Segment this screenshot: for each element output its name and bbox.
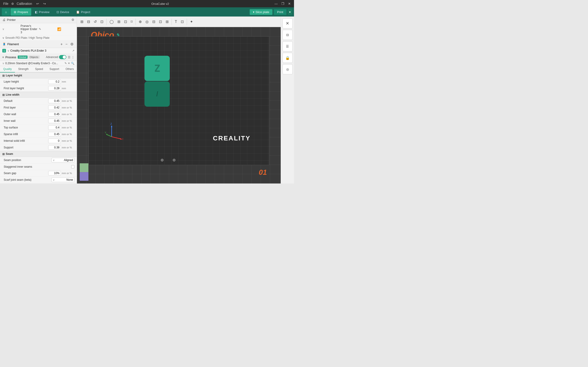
add-filament-button[interactable]: + — [60, 42, 63, 46]
first-layer-height-input[interactable] — [48, 86, 61, 91]
sparse-infill-input[interactable] — [48, 132, 61, 136]
filament-link-icon[interactable]: ↗ — [72, 49, 74, 52]
first-layer-width-unit: mm or % — [62, 106, 74, 109]
seam-position-dropdown[interactable]: ∨ Aligned — [52, 158, 74, 162]
outer-wall-input[interactable] — [48, 112, 61, 117]
outer-wall-label: Outer wall — [4, 113, 48, 116]
toolbar-btn-1[interactable]: ⊞ — [79, 19, 85, 25]
tab-quality[interactable]: Quality — [0, 66, 15, 73]
profile-search-icon[interactable]: 🔍 — [71, 62, 74, 65]
slice-plate-button[interactable]: ▾ Slice plate — [250, 9, 272, 15]
print-button[interactable]: Print — [274, 9, 286, 15]
tab-device[interactable]: ⊡ Device — [53, 8, 73, 16]
first-layer-width-label: First layer — [4, 106, 48, 109]
right-btn-eye[interactable]: ◎ — [283, 64, 293, 74]
right-btn-lock[interactable]: 🔒 — [283, 53, 293, 63]
calibration-menu[interactable]: Calibration — [15, 1, 34, 6]
printer-gear-icon[interactable]: ⚙ — [71, 18, 74, 22]
inner-wall-row: Inner wall mm or % — [0, 118, 77, 124]
title-bar-left: File ⚙ Calibration ↩ ↪ — [2, 1, 47, 6]
default-width-input[interactable] — [48, 99, 61, 103]
line-width-group-label: Line width — [6, 93, 19, 96]
inner-wall-input[interactable] — [48, 119, 61, 123]
seam-position-row: Seam position ∨ Aligned — [0, 157, 77, 164]
toolbar-btn-9[interactable]: ⊕ — [137, 19, 143, 25]
toolbar-btn-7[interactable]: ⊡ — [122, 19, 129, 25]
outer-wall-row: Outer wall mm or % — [0, 111, 77, 118]
toolbar-btn-8[interactable]: ⌑ — [129, 19, 134, 25]
profile-name[interactable]: 0.20mm Standard @Creality Ender3 - Co... — [5, 62, 65, 65]
toolbar-btn-10[interactable]: ◎ — [144, 19, 150, 25]
toolbar-btn-3[interactable]: ↺ — [92, 19, 98, 25]
redo-btn[interactable]: ↪ — [42, 1, 47, 6]
svg-line-8 — [107, 134, 112, 137]
minimize-btn[interactable]: — — [273, 1, 279, 6]
right-sidebar: ✕ ⊟ ☰ 🔒 ◎ — [281, 17, 294, 184]
filament-title: Filament — [7, 42, 19, 46]
scarf-joint-seam-label: Scarf joint seam (beta) — [4, 178, 52, 181]
undo-btn[interactable]: ↩ — [35, 1, 40, 6]
print-dropdown-arrow[interactable]: ▾ — [288, 9, 292, 15]
toolbar-btn-14[interactable]: T — [173, 19, 179, 25]
first-layer-height-unit: mm — [62, 87, 74, 90]
filament-name[interactable]: Creality Generic PLA Ender 3 — [10, 49, 72, 52]
support-input[interactable] — [48, 145, 61, 150]
title-bar-center: OrcaCube v2 — [49, 2, 271, 6]
advanced-toggle[interactable] — [59, 55, 66, 59]
toolbar-btn-6[interactable]: ⊞ — [116, 19, 122, 25]
close-btn[interactable]: ✕ — [287, 1, 292, 6]
toolbar-btn-16[interactable]: ✦ — [188, 19, 195, 25]
tab-others[interactable]: Others — [62, 66, 77, 73]
tag-global[interactable]: Global — [18, 56, 28, 59]
prepare-icon: ⊞ — [14, 10, 16, 14]
printer-name-label[interactable]: Pranav's Klipper Ender 3 — [21, 24, 38, 34]
settings-panel: ▤ Layer height Layer height mm First lay… — [0, 73, 77, 184]
toolbar: ⊞ ⊟ ↺ ⊡ ◯ ⊞ ⊡ ⌑ ⊕ ◎ ⊟ ⊡ ⊞ T ⊡ ✦ — [77, 17, 281, 27]
right-btn-layers[interactable]: ⊟ — [283, 30, 293, 40]
profile-close-icon[interactable]: ✕ — [68, 62, 70, 65]
internal-solid-infill-input[interactable] — [48, 139, 61, 143]
tab-prepare[interactable]: ⊞ Prepare — [10, 8, 31, 16]
bed-type-label[interactable]: Smooth PEI Plate / High Temp Plate — [5, 36, 50, 40]
maximize-btn[interactable]: ❐ — [280, 1, 286, 6]
tag-objects[interactable]: Objects — [28, 56, 40, 59]
seam-gap-input[interactable] — [48, 171, 61, 175]
tab-support[interactable]: Support — [46, 66, 62, 73]
minimap[interactable] — [79, 163, 98, 181]
remove-filament-button[interactable]: − — [65, 42, 69, 46]
layer-height-input[interactable] — [48, 79, 61, 84]
top-surface-input[interactable] — [48, 125, 61, 130]
filament-gear-icon[interactable]: ⚙ — [69, 42, 74, 46]
home-button[interactable]: ⌂ — [2, 8, 10, 16]
tab-strength[interactable]: Strength — [15, 66, 32, 73]
toolbar-btn-15[interactable]: ⊡ — [179, 19, 185, 25]
toolbar-btn-12[interactable]: ⊡ — [157, 19, 164, 25]
tab-preview[interactable]: ◧ Preview — [32, 8, 52, 16]
tab-speed[interactable]: Speed — [32, 66, 46, 73]
sparse-infill-unit: mm or % — [62, 133, 74, 135]
profile-save-icon[interactable]: ✎ — [65, 62, 67, 65]
scarf-joint-seam-dropdown[interactable]: ∨ None — [52, 177, 74, 182]
tab-project[interactable]: 📋 Project — [73, 8, 93, 16]
toolbar-btn-4[interactable]: ⊡ — [99, 19, 105, 25]
right-btn-close[interactable]: ✕ — [283, 18, 293, 28]
internal-solid-infill-row: Internal solid infill mm or % — [0, 138, 77, 144]
toolbar-btn-13[interactable]: ⊞ — [164, 19, 170, 25]
process-list-icon[interactable]: ☰ — [68, 56, 70, 59]
first-layer-width-input[interactable] — [48, 105, 61, 110]
layers-icon: ⊟ — [286, 33, 289, 37]
viewport[interactable]: Obico ✎ Z — [77, 27, 281, 184]
process-section-header: ≡ Process Global Objects Advanced ☰ ⋮ — [0, 54, 77, 61]
toolbar-btn-5[interactable]: ◯ — [108, 19, 115, 25]
toolbar-btn-2[interactable]: ⊟ — [86, 19, 92, 25]
page-number: 01 — [259, 168, 267, 177]
printer-edit-icon[interactable]: ✎ — [39, 27, 56, 31]
file-menu[interactable]: File — [2, 1, 10, 6]
layer-height-unit: mm — [62, 80, 74, 83]
toolbar-sep-3 — [172, 19, 172, 25]
first-layer-height-row: First layer height mm — [0, 85, 77, 92]
toolbar-btn-11[interactable]: ⊟ — [151, 19, 157, 25]
right-btn-list[interactable]: ☰ — [283, 41, 293, 51]
process-extra-icon[interactable]: ⋮ — [71, 56, 74, 59]
staggered-inner-seams-checkbox[interactable] — [71, 165, 74, 168]
